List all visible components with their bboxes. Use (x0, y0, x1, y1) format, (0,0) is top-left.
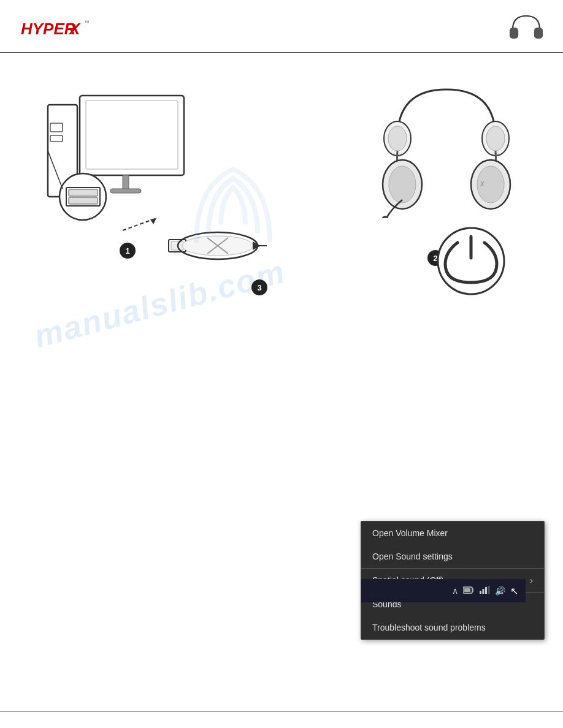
svg-rect-6 (86, 100, 178, 169)
svg-rect-50 (483, 589, 484, 594)
svg-rect-5 (80, 96, 184, 175)
svg-point-32 (388, 126, 407, 151)
taskbar-network-icon (479, 586, 490, 596)
svg-rect-48 (472, 588, 473, 592)
page-header: HYPER X ™ (0, 0, 563, 53)
svg-point-34 (486, 126, 505, 151)
svg-rect-4 (535, 28, 542, 38)
context-menu: Open Volume Mixer Open Sound settings Sp… (361, 521, 545, 640)
taskbar-battery-icon (463, 586, 474, 596)
svg-rect-11 (50, 135, 63, 142)
svg-marker-20 (150, 218, 156, 224)
svg-rect-47 (464, 588, 470, 592)
taskbar-volume-icon: 🔊 (495, 586, 505, 596)
menu-item-label: Open Volume Mixer (372, 528, 448, 538)
svg-rect-7 (123, 175, 129, 191)
svg-text:X: X (68, 20, 81, 38)
headset-main-illustration: X (379, 77, 514, 212)
svg-rect-51 (485, 587, 487, 594)
power-button-svg (434, 224, 508, 298)
cursor-icon: ↖ (510, 585, 518, 597)
main-content: manualslib.com 1 (0, 53, 563, 701)
brand-logo: HYPER X ™ (18, 16, 94, 40)
menu-item-label: Troubleshoot sound problems (372, 623, 486, 632)
menu-item-sound-settings[interactable]: Open Sound settings (361, 545, 544, 568)
headset-header-icon (508, 11, 545, 45)
menu-item-troubleshoot[interactable]: Troubleshoot sound problems (361, 616, 544, 639)
hyperx-logo-svg: HYPER X ™ (21, 16, 94, 40)
submenu-arrow-icon: › (530, 575, 533, 585)
svg-rect-3 (510, 28, 518, 38)
taskbar-chevron-icon: ∧ (452, 586, 458, 596)
svg-text:HYPER: HYPER (21, 20, 76, 38)
svg-rect-8 (110, 189, 141, 193)
svg-rect-15 (69, 197, 98, 204)
menu-item-label: Open Sound settings (372, 552, 453, 561)
svg-rect-10 (50, 123, 63, 132)
svg-rect-52 (488, 586, 490, 594)
taskbar-strip: ∧ 🔊 ↖ (361, 579, 526, 602)
wireless-signal-waves (172, 163, 294, 286)
svg-rect-14 (69, 189, 98, 196)
power-button-area (434, 224, 508, 298)
menu-item-volume-mixer[interactable]: Open Volume Mixer (361, 521, 544, 545)
svg-text:X: X (480, 181, 485, 188)
headset-main-svg: X (379, 77, 514, 218)
page-footer (0, 711, 563, 728)
svg-text:™: ™ (84, 20, 90, 26)
svg-point-36 (389, 166, 416, 203)
svg-line-16 (48, 151, 63, 189)
svg-rect-49 (480, 591, 481, 594)
svg-point-39 (382, 216, 388, 218)
